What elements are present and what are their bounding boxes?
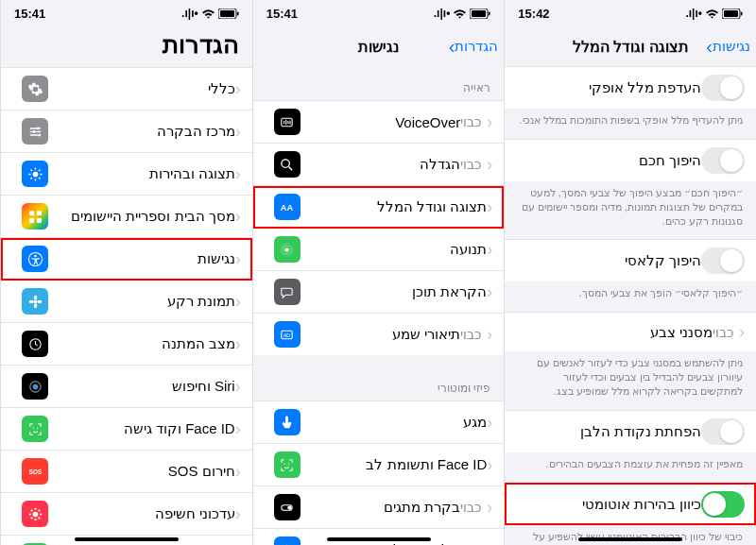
svg-point-47 (32, 511, 38, 517)
chevron-left-icon: ‹ (235, 292, 241, 312)
ad-icon: AD (274, 321, 301, 348)
svg-point-43 (32, 383, 38, 389)
toggle-horizontal-text[interactable] (701, 75, 745, 101)
svg-point-17 (287, 505, 291, 509)
description: מאפיין זה מפחית את עוצמת הצבעים הבהירים. (505, 452, 756, 483)
svg-point-39 (28, 299, 33, 303)
switch-icon (274, 494, 301, 520)
settings-row[interactable]: ‹תצוגה וגודל המללAA (253, 186, 505, 229)
svg-rect-4 (472, 10, 486, 17)
svg-point-37 (33, 295, 37, 299)
screen-display-text: •ı|ı. 15:42 נגישות› תצוגה וגודל המלל העד… (504, 0, 756, 545)
reduce-white-point-row[interactable]: הפחתת נקודת הלבן (505, 410, 756, 452)
chevron-left-icon: ‹ (487, 155, 492, 175)
settings-row[interactable]: ‹Face ID וקוד גישה (1, 408, 252, 451)
chevron-left-icon: ‹ (487, 540, 492, 546)
settings-row[interactable]: ‹תנועה (253, 229, 505, 271)
svg-point-48 (34, 507, 36, 509)
svg-rect-24 (220, 10, 234, 17)
auto-brightness-row[interactable]: כיוון בהירות אוטומטי (505, 483, 756, 525)
svg-point-29 (32, 171, 38, 177)
settings-row[interactable]: ‹כבויהגדלה (253, 144, 505, 186)
svg-point-50 (28, 513, 30, 515)
svg-point-49 (34, 519, 36, 520)
chevron-left-icon: ‹ (487, 240, 492, 260)
settings-row[interactable]: ‹הקראת תוכן (253, 271, 505, 314)
aa-icon: AA (274, 194, 301, 220)
chevron-right-icon: › (449, 36, 455, 58)
svg-rect-32 (29, 217, 34, 222)
svg-rect-31 (36, 211, 41, 215)
svg-point-53 (38, 517, 40, 519)
settings-row[interactable]: ‹נגישות (1, 238, 252, 281)
toggle-classic-invert[interactable] (701, 247, 745, 274)
settings-row[interactable]: ‹כבויתיאורי שמעAD (253, 314, 505, 355)
svg-rect-2 (741, 11, 743, 15)
screen-accessibility: •ı|ı. 15:41 הגדרות› נגישות ראייה ‹כבויVo… (252, 0, 505, 545)
svg-point-35 (34, 254, 37, 257)
virus-icon (22, 501, 48, 527)
settings-row[interactable]: ‹תמונת רקע (1, 281, 252, 323)
toggle-auto-brightness[interactable] (701, 491, 745, 518)
classic-invert-row[interactable]: היפוך קלאסי (505, 239, 756, 281)
settings-row[interactable]: ‹כללי (1, 67, 252, 111)
settings-row[interactable]: ‹Face ID ותשומת לב (253, 444, 505, 486)
access-icon (22, 246, 48, 272)
svg-rect-1 (724, 10, 738, 17)
settings-row[interactable]: ‹מסך הבית וספריית היישומים (1, 196, 252, 238)
touch-icon (274, 409, 301, 435)
chevron-left-icon: ‹ (487, 498, 492, 518)
chevron-left-icon: ‹ (487, 325, 492, 345)
home-indicator[interactable] (75, 537, 179, 541)
description: ״היפוך קלאסי״ הופך את צבעי המסך. (505, 281, 756, 312)
motion-icon (274, 236, 301, 263)
svg-rect-33 (36, 217, 41, 222)
svg-point-40 (37, 299, 42, 303)
settings-row[interactable]: ‹כבויבקרת מתגים (253, 486, 505, 529)
siri-icon (22, 373, 48, 400)
voicectl-icon (274, 536, 301, 545)
settings-row[interactable]: ‹מרכז הבקרה (1, 111, 252, 153)
settings-row[interactable]: ‹תצוגה ובהירות (1, 153, 252, 196)
grid-icon (22, 203, 48, 230)
chevron-left-icon: ‹ (235, 164, 241, 184)
svg-point-36 (33, 299, 37, 303)
svg-rect-30 (29, 211, 34, 215)
chevron-left-icon: ‹ (235, 462, 241, 482)
section-vision: ראייה (253, 66, 505, 100)
settings-row[interactable]: ‹עדכוני חשיפה (1, 493, 252, 536)
description: כיבוי של כיוון הבהירות האוטומטי עשוי להש… (505, 525, 756, 545)
svg-rect-5 (489, 11, 490, 15)
smart-invert-row[interactable]: היפוך חכם (505, 139, 756, 181)
settings-row[interactable]: ‹מצב המתנה (1, 323, 252, 366)
face-icon (22, 416, 48, 442)
toggle-smart-invert[interactable] (701, 147, 745, 174)
chevron-left-icon: ‹ (235, 207, 241, 227)
chevron-left-icon: ‹ (235, 504, 241, 524)
description: ניתן להעדיף מלל אופקי בשפות התומכות במלל… (505, 109, 756, 139)
nav-bar: נגישות› תצוגה וגודל המלל (505, 26, 756, 66)
status-bar: •ı|ı. 15:41 (253, 0, 505, 26)
toggle-white-point[interactable] (701, 418, 745, 445)
svg-point-54 (30, 517, 32, 519)
chevron-left-icon: ‹ (487, 413, 492, 433)
svg-point-26 (36, 127, 39, 129)
horizontal-text-row[interactable]: העדפת מלל אופקי (505, 66, 756, 109)
svg-point-9 (285, 247, 289, 251)
description: ניתן להשתמש במסנני צבע כדי לעזור לאנשים … (505, 351, 756, 410)
color-filters-row[interactable]: ‹ כבוי מסנני צבע (505, 312, 756, 351)
clock-icon (22, 331, 48, 357)
chevron-left-icon: ‹ (235, 419, 241, 439)
back-button[interactable]: נגישות› (708, 36, 750, 58)
back-button[interactable]: הגדרות› (451, 36, 499, 58)
chevron-left-icon: ‹ (235, 377, 241, 397)
settings-row[interactable]: ‹כבויVoiceOver (253, 100, 505, 144)
svg-point-28 (38, 133, 41, 136)
svg-point-44 (32, 427, 33, 428)
settings-row[interactable]: ‹מגע (253, 400, 505, 444)
settings-row[interactable]: ‹חירום SOSSOS (1, 451, 252, 493)
svg-text:AA: AA (281, 203, 294, 213)
settings-row[interactable]: ‹Siri וחיפוש (1, 366, 252, 408)
home-indicator[interactable] (578, 537, 682, 541)
home-indicator[interactable] (327, 537, 431, 541)
